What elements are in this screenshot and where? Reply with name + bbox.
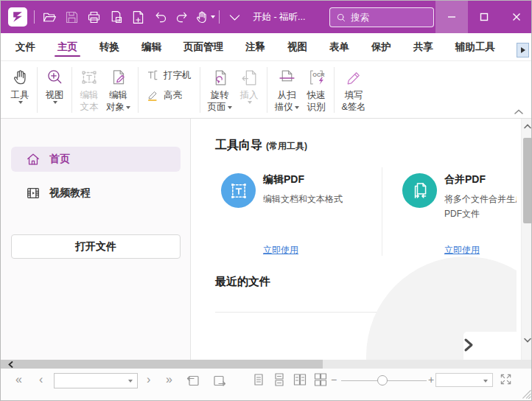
ocr-icon: OCR — [307, 66, 326, 89]
save-icon[interactable] — [60, 6, 83, 28]
ribbon-tabbar: 文件 主页 转换 编辑 页面管理 注释 视图 表单 保护 共享 辅助工具 — [1, 33, 532, 61]
tab-convert[interactable]: 转换 — [98, 35, 121, 59]
tab-file[interactable]: 文件 — [14, 35, 37, 59]
open-file-button[interactable]: 打开文件 — [11, 234, 181, 259]
facing-view-button[interactable] — [293, 372, 307, 390]
zoom-out-button[interactable]: − — [331, 374, 337, 386]
zoom-slider-thumb[interactable] — [377, 375, 388, 386]
tab-protect[interactable]: 保护 — [370, 35, 393, 59]
continuous-view-button[interactable] — [272, 372, 287, 390]
ribbon-toolbar: 工具 视图 编辑 文本 编辑 对象 — [1, 61, 532, 119]
edit-text-label-line1: 编辑 — [80, 89, 99, 101]
sidebar-item-home-label: 首页 — [49, 153, 70, 166]
sidebar-item-home[interactable]: 首页 — [11, 147, 181, 172]
next-view-button[interactable] — [211, 372, 228, 391]
chevron-right-icon — [463, 338, 474, 355]
fill-sign-label-line2: &签名 — [342, 101, 366, 113]
ribbon-view-button[interactable]: 视图 — [41, 66, 68, 104]
edit-object-label-line2: 对象 — [106, 102, 125, 112]
page-number-combobox[interactable] — [54, 373, 138, 388]
card-merge-pdf-description: 将多个文件合并生成PDF文件 — [444, 192, 517, 222]
hand-tool-dropdown-caret-icon — [211, 15, 215, 18]
window-resize-grip[interactable] — [520, 388, 531, 401]
fill-sign-icon — [344, 66, 364, 89]
zoom-level-combobox[interactable] — [435, 373, 493, 387]
card-edit-pdf-use-now-link[interactable]: 立即使用 — [263, 244, 298, 257]
typewriter-label: 打字机 — [164, 69, 192, 82]
card-edit-pdf-description: 编辑文档和文本格式 — [263, 192, 346, 207]
window-controls — [435, 1, 532, 33]
insert-label: 插入 — [240, 89, 259, 101]
ribbon-edit-object-button[interactable]: 编辑 对象 — [102, 66, 134, 114]
search-box[interactable] — [329, 7, 434, 27]
scroll-up-arrow-icon[interactable] — [522, 120, 532, 132]
collapse-ribbon-button[interactable] — [514, 105, 524, 119]
titlebar-separator — [34, 10, 35, 24]
ribbon-from-scanner-button[interactable]: 从扫 描仪 — [271, 66, 303, 114]
quick-ocr-label-line2: 识别 — [307, 101, 326, 113]
hand-tool-icon — [10, 66, 29, 89]
dropdown-caret-icon — [295, 106, 299, 109]
statusbar: « ‹ › » − + — [1, 369, 532, 401]
ribbon-fill-sign-button[interactable]: 填写 &签名 — [338, 66, 370, 114]
maximize-button[interactable] — [468, 1, 500, 33]
edit-object-label-line1: 编辑 — [109, 89, 127, 101]
ribbon-tool-label: 工具 — [11, 89, 29, 101]
ribbon-annotate-group: 打字机 高亮 — [142, 66, 196, 102]
customize-toolbar-chevron-icon[interactable] — [223, 6, 245, 28]
arrow-right-icon — [521, 47, 525, 53]
dropdown-caret-icon — [126, 106, 130, 109]
search-input[interactable] — [351, 13, 424, 23]
card-merge-pdf-use-now-link[interactable]: 立即使用 — [444, 244, 480, 257]
next-page-button[interactable]: › — [147, 373, 150, 386]
scroll-left-arrow-icon[interactable] — [8, 360, 13, 369]
ribbon-rotate-pages-button[interactable]: 旋转 页面 — [204, 66, 236, 114]
ribbon-tool-button[interactable]: 工具 — [7, 66, 33, 104]
scanner-icon — [277, 66, 297, 89]
print-icon[interactable] — [83, 6, 105, 28]
ribbon-typewriter-button[interactable]: 打字机 — [147, 69, 192, 82]
fullscreen-button[interactable] — [499, 372, 513, 389]
chevron-up-icon — [514, 108, 524, 116]
tab-edit[interactable]: 编辑 — [140, 35, 163, 59]
last-page-button[interactable]: » — [166, 373, 172, 386]
single-page-view-button[interactable] — [251, 372, 266, 390]
close-button[interactable] — [500, 1, 532, 33]
ribbon-insert-button[interactable]: 插入 — [236, 66, 263, 104]
horizontal-scrollbar[interactable] — [1, 360, 532, 369]
first-page-button[interactable]: « — [15, 373, 22, 386]
redo-icon[interactable] — [171, 6, 193, 28]
foxit-logo-icon[interactable] — [8, 7, 27, 27]
sidebar-item-video-tutorials[interactable]: 视频教程 — [11, 181, 181, 206]
tab-form[interactable]: 表单 — [328, 35, 351, 59]
tab-page-management[interactable]: 页面管理 — [182, 35, 225, 59]
minimize-button[interactable] — [435, 1, 468, 33]
undo-icon[interactable] — [149, 6, 171, 28]
new-document-icon[interactable] — [127, 6, 149, 28]
edit-object-icon — [109, 66, 128, 89]
hand-tool-icon[interactable] — [193, 6, 215, 28]
vertical-scrollbar[interactable] — [521, 119, 532, 360]
card-merge-pdf-title: 合并PDF — [444, 173, 486, 186]
tab-scroll-right-button[interactable] — [517, 43, 529, 57]
tool-wizard-subtitle: (常用工具) — [266, 140, 307, 153]
ribbon-highlight-button[interactable]: 高亮 — [147, 88, 192, 102]
horizontal-scrollbar-thumb[interactable] — [1, 360, 323, 369]
open-file-icon[interactable] — [38, 6, 60, 28]
facing-continuous-view-button[interactable] — [313, 372, 328, 390]
tab-accessibility[interactable]: 辅助工具 — [454, 35, 497, 59]
tab-comment[interactable]: 注释 — [244, 35, 267, 59]
tab-view[interactable]: 视图 — [286, 35, 309, 59]
ribbon-separator — [138, 67, 139, 113]
copy-page-icon[interactable] — [105, 6, 127, 28]
tab-share[interactable]: 共享 — [412, 35, 435, 59]
previous-page-button[interactable]: ‹ — [39, 373, 43, 386]
zoom-in-button[interactable]: + — [428, 374, 434, 386]
previous-view-button[interactable] — [185, 372, 201, 391]
scroll-down-arrow-icon[interactable] — [522, 334, 532, 346]
ribbon-edit-text-button[interactable]: 编辑 文本 — [76, 66, 102, 114]
vertical-scrollbar-thumb[interactable] — [523, 138, 532, 223]
tab-home[interactable]: 主页 — [56, 35, 79, 59]
ribbon-quick-ocr-button[interactable]: OCR 快速 识别 — [303, 66, 330, 114]
home-icon — [26, 152, 41, 167]
